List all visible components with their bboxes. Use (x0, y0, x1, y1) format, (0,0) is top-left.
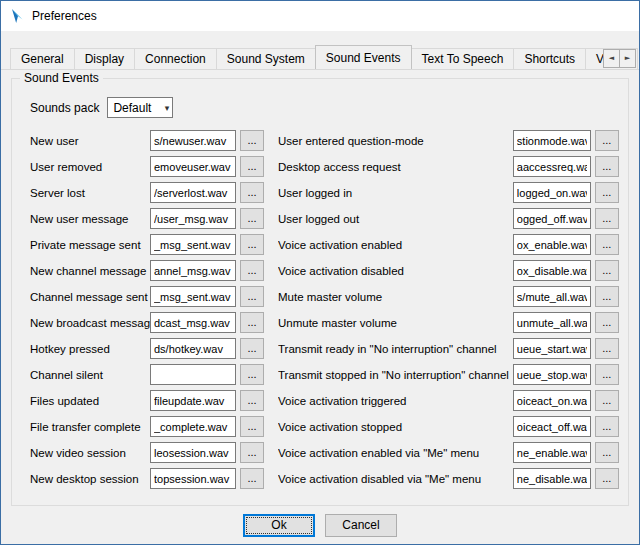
sound-event-row: Channel silent ... (30, 364, 264, 385)
sound-event-label: New user (30, 135, 150, 147)
tab-general[interactable]: General (10, 48, 75, 69)
tab-scroll-left-button[interactable]: ◄ (603, 49, 620, 68)
sound-file-input[interactable] (513, 364, 591, 385)
dialog-footer: Ok Cancel (1, 506, 639, 544)
tab-display[interactable]: Display (74, 48, 135, 69)
sound-event-label: Transmit stopped in "No interruption" ch… (278, 369, 513, 381)
sounds-pack-select[interactable]: Default ▾ (107, 97, 173, 118)
sound-file-input[interactable] (513, 338, 591, 359)
sound-event-label: New video session (30, 447, 150, 459)
tab-sound-events[interactable]: Sound Events (315, 45, 412, 70)
tab-connection[interactable]: Connection (134, 48, 217, 69)
sound-event-label: Unmute master volume (278, 317, 513, 329)
sound-event-row: Voice activation disabled ... (278, 260, 619, 281)
sound-event-row: New broadcast message ... (30, 312, 264, 333)
sound-event-row: Files updated ... (30, 390, 264, 411)
browse-button[interactable]: ... (595, 260, 619, 281)
browse-button[interactable]: ... (595, 468, 619, 489)
sound-event-row: Voice activation triggered ... (278, 390, 619, 411)
app-logo-icon (9, 8, 25, 24)
sound-file-input[interactable] (513, 416, 591, 437)
browse-button[interactable]: ... (240, 416, 264, 437)
browse-button[interactable]: ... (240, 208, 264, 229)
sound-file-input[interactable] (150, 442, 236, 463)
sound-file-input[interactable] (150, 208, 236, 229)
sound-file-input[interactable] (150, 260, 236, 281)
sound-event-row: Voice activation enabled via "Me" menu .… (278, 442, 619, 463)
browse-button[interactable]: ... (240, 442, 264, 463)
sound-file-input[interactable] (150, 234, 236, 255)
browse-button[interactable]: ... (240, 260, 264, 281)
sound-file-input[interactable] (150, 390, 236, 411)
browse-button[interactable]: ... (595, 312, 619, 333)
browse-button[interactable]: ... (240, 390, 264, 411)
browse-button[interactable]: ... (240, 364, 264, 385)
tab-sound-system[interactable]: Sound System (216, 48, 316, 69)
browse-button[interactable]: ... (240, 338, 264, 359)
sound-event-label: Private message sent (30, 239, 150, 251)
browse-button[interactable]: ... (240, 130, 264, 151)
browse-button[interactable]: ... (595, 208, 619, 229)
cancel-button[interactable]: Cancel (325, 514, 397, 537)
sound-file-input[interactable] (513, 468, 591, 489)
sound-file-input[interactable] (513, 260, 591, 281)
titlebar[interactable]: Preferences (1, 1, 639, 31)
sound-event-row: User logged in ... (278, 182, 619, 203)
browse-button[interactable]: ... (240, 182, 264, 203)
sound-file-input[interactable] (150, 156, 236, 177)
sound-file-input[interactable] (150, 286, 236, 307)
browse-button[interactable]: ... (595, 286, 619, 307)
sound-event-row: User entered question-mode ... (278, 130, 619, 151)
browse-button[interactable]: ... (595, 364, 619, 385)
sound-event-row: New desktop session ... (30, 468, 264, 489)
browse-button[interactable]: ... (240, 234, 264, 255)
sound-file-input[interactable] (513, 312, 591, 333)
sound-file-input[interactable] (513, 208, 591, 229)
ok-button[interactable]: Ok (243, 514, 315, 537)
sound-file-input[interactable] (513, 286, 591, 307)
sound-event-row: New channel message ... (30, 260, 264, 281)
tab-text-to-speech[interactable]: Text To Speech (411, 48, 515, 69)
browse-button[interactable]: ... (595, 130, 619, 151)
window-title: Preferences (32, 9, 97, 23)
sound-event-label: Voice activation triggered (278, 395, 513, 407)
browse-button[interactable]: ... (595, 442, 619, 463)
sound-event-label: Channel message sent (30, 291, 150, 303)
sounds-pack-row: Sounds pack Default ▾ (30, 97, 618, 118)
sound-file-input[interactable] (513, 156, 591, 177)
sound-file-input[interactable] (513, 234, 591, 255)
sound-file-input[interactable] (150, 364, 236, 385)
tab-page-sound-events: Sound Events Sounds pack Default ▾ New u… (1, 70, 639, 506)
browse-button[interactable]: ... (595, 338, 619, 359)
sound-file-input[interactable] (150, 182, 236, 203)
sound-event-label: Files updated (30, 395, 150, 407)
sound-event-row: Transmit ready in "No interruption" chan… (278, 338, 619, 359)
sound-file-input[interactable] (150, 416, 236, 437)
sound-file-input[interactable] (150, 468, 236, 489)
sound-file-input[interactable] (513, 130, 591, 151)
tab-scroll-right-button[interactable]: ► (619, 49, 636, 68)
browse-button[interactable]: ... (595, 156, 619, 177)
browse-button[interactable]: ... (240, 156, 264, 177)
sound-file-input[interactable] (150, 338, 236, 359)
browse-button[interactable]: ... (595, 416, 619, 437)
browse-button[interactable]: ... (595, 234, 619, 255)
sound-file-input[interactable] (513, 442, 591, 463)
browse-button[interactable]: ... (240, 468, 264, 489)
browse-button[interactable]: ... (240, 286, 264, 307)
sound-event-row: Voice activation stopped ... (278, 416, 619, 437)
sound-event-label: Voice activation disabled via "Me" menu (278, 473, 513, 485)
sound-event-row: New video session ... (30, 442, 264, 463)
sound-file-input[interactable] (150, 130, 236, 151)
browse-button[interactable]: ... (595, 182, 619, 203)
sound-event-row: Channel message sent ... (30, 286, 264, 307)
sound-file-input[interactable] (513, 182, 591, 203)
browse-button[interactable]: ... (240, 312, 264, 333)
browse-button[interactable]: ... (595, 390, 619, 411)
tab-shortcuts[interactable]: Shortcuts (513, 48, 586, 69)
tab-scroller: ◄ ► (604, 49, 636, 68)
sound-file-input[interactable] (150, 312, 236, 333)
sound-event-label: Voice activation disabled (278, 265, 513, 277)
sound-file-input[interactable] (513, 390, 591, 411)
sound-event-row: Desktop access request ... (278, 156, 619, 177)
